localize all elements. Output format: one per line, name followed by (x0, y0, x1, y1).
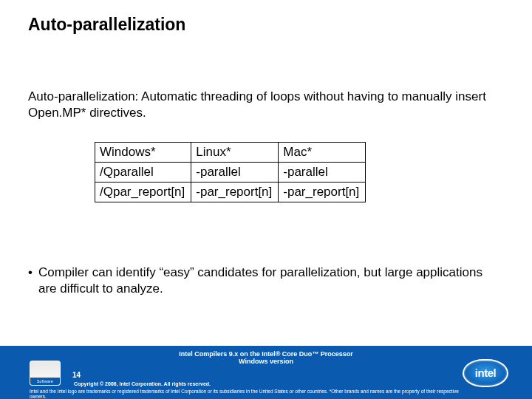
table-row: /Qparallel -parallel -parallel (95, 163, 366, 183)
slide: Auto-parallelization Auto-parallelizatio… (0, 0, 532, 399)
table-cell: /Qpar_report[n] (95, 183, 191, 202)
bullet-text: Compiler can identify “easy” candidates … (38, 265, 502, 297)
table-cell: -parallel (279, 163, 366, 183)
table-cell: -par_report[n] (191, 183, 279, 202)
software-badge-label: Software (30, 378, 60, 385)
slide-title: Auto-parallelization (28, 15, 185, 35)
copyright-text: Copyright © 2006, Intel Corporation. All… (74, 381, 211, 386)
table-cell: Windows* (95, 143, 191, 163)
footer-title-line1: Intel Compilers 9.x on the Intel® Core D… (179, 350, 353, 358)
bullet-list: • Compiler can identify “easy” candidate… (28, 265, 502, 297)
footer-title-line2: Windows version (239, 358, 293, 365)
table-cell: -parallel (191, 163, 279, 183)
table-cell: /Qparallel (95, 163, 191, 183)
intel-logo-oval-icon: intel (463, 359, 508, 387)
intel-logo: intel (463, 359, 508, 387)
table-row: /Qpar_report[n] -par_report[n] -par_repo… (95, 183, 366, 202)
footer: Intel Compilers 9.x on the Intel® Core D… (0, 346, 532, 399)
table-cell: Linux* (191, 143, 279, 163)
table-cell: Mac* (279, 143, 366, 163)
description-text: Auto-parallelization: Automatic threadin… (28, 89, 502, 121)
page-number: 14 (72, 371, 81, 379)
compiler-options-table: Windows* Linux* Mac* /Qparallel -paralle… (95, 142, 366, 202)
footer-session-title: Intel Compilers 9.x on the Intel® Core D… (126, 350, 406, 366)
bullet-icon: • (28, 265, 33, 297)
intel-software-badge: Software (30, 361, 61, 386)
intel-logo-text: intel (475, 366, 496, 379)
table-row: Windows* Linux* Mac* (95, 143, 366, 163)
legal-text: Intel and the Intel logo are trademarks … (30, 389, 466, 399)
table-cell: -par_report[n] (279, 183, 366, 202)
